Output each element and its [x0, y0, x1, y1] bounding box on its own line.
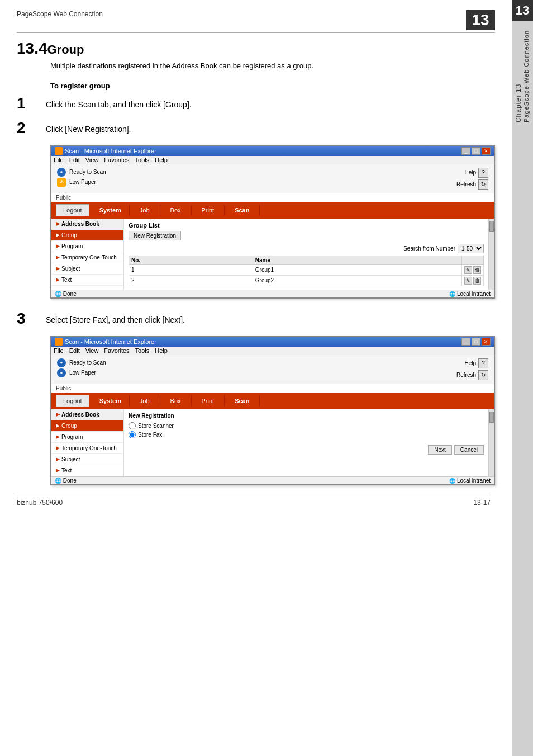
sidebar-label-address-book-1: Address Book — [61, 221, 99, 227]
search-select-1[interactable]: 1-50 — [458, 244, 484, 253]
browser-inner-2: ▶ Address Book ▶ Group ▶ Program ▶ Tempo… — [51, 409, 494, 476]
tab-job-1[interactable]: Job — [130, 205, 160, 216]
table-row: 1 Group1 ✎ 🗑 — [129, 264, 484, 275]
scrollbar-1[interactable] — [488, 219, 494, 290]
next-button[interactable]: Next — [428, 445, 452, 455]
sidebar-item-text-1[interactable]: ▶ Text — [51, 275, 123, 286]
menu-view-2[interactable]: View — [85, 347, 99, 354]
row-1-no: 1 — [129, 264, 253, 275]
sidebar-item-program-1[interactable]: ▶ Program — [51, 241, 123, 252]
help-icon-1[interactable]: ? — [478, 168, 488, 178]
close-button-1[interactable]: ✕ — [482, 147, 491, 155]
status-ready-row-1: ● Ready to Scan — [57, 168, 106, 177]
tab-print-1[interactable]: Print — [192, 205, 225, 216]
step-2-text: Click [New Registration]. — [46, 120, 131, 135]
footer-right: 13-17 — [473, 499, 491, 507]
new-reg-title: New Registration — [129, 413, 484, 419]
sidebar-arrow-temporary-1: ▶ — [56, 254, 60, 260]
status-paper-text-2: Low Paper — [69, 370, 96, 376]
sidebar-1: ▶ Address Book ▶ Group ▶ Program ▶ Tempo… — [51, 219, 124, 290]
logout-button-2[interactable]: Logout — [56, 395, 89, 407]
tab-box-1[interactable]: Box — [160, 205, 192, 216]
radio-store-fax[interactable] — [129, 431, 136, 438]
restore-button-2[interactable]: □ — [472, 338, 480, 346]
browser-controls-1[interactable]: _ □ ✕ — [461, 147, 491, 155]
browser-controls-2[interactable]: _ □ ✕ — [461, 338, 491, 346]
help-refresh-area-2: Help ? Refresh ↻ — [456, 358, 488, 380]
tab-scan-2[interactable]: Scan — [225, 395, 260, 407]
menu-favorites-2[interactable]: Favorites — [104, 347, 129, 354]
sidebar-item-text-2[interactable]: ▶ Text — [51, 465, 123, 476]
refresh-icon-1[interactable]: ↻ — [478, 179, 488, 190]
tab-scan-1[interactable]: Scan — [225, 205, 260, 216]
menu-help-2[interactable]: Help — [155, 347, 168, 354]
browser-title-left-1: Scan - Microsoft Internet Explorer — [55, 147, 156, 155]
edit-icons-1: ✎ 🗑 — [464, 266, 481, 274]
content-area-1: Group List New Registration Search from … — [124, 219, 488, 290]
logout-button-1[interactable]: Logout — [56, 204, 89, 216]
delete-button-row-2[interactable]: 🗑 — [473, 277, 481, 285]
tab-job-2[interactable]: Job — [130, 395, 160, 407]
menu-file-1[interactable]: File — [54, 157, 64, 163]
browser-menubar-1: File Edit View Favorites Tools Help — [51, 156, 494, 164]
page-title: PageScope Web Connection — [17, 10, 103, 18]
radio-store-scanner[interactable] — [129, 422, 136, 429]
browser-toolbar-area-1: ● Ready to Scan ⚠ Low Paper Help ? Refre… — [51, 164, 494, 193]
tab-system-1[interactable]: System — [92, 205, 130, 216]
cancel-button[interactable]: Cancel — [454, 445, 484, 455]
menu-edit-2[interactable]: Edit — [69, 347, 80, 354]
step-2: 2 Click [New Registration]. — [17, 120, 495, 136]
menu-favorites-1[interactable]: Favorites — [104, 157, 129, 163]
scroll-thumb-2[interactable] — [489, 412, 494, 423]
sidebar-item-subject-1[interactable]: ▶ Subject — [51, 263, 123, 275]
status-area-2: ● Ready to Scan ● Low Paper — [57, 358, 106, 377]
edit-button-row-2[interactable]: ✎ — [464, 277, 472, 285]
menu-tools-2[interactable]: Tools — [135, 347, 150, 354]
sidebar-label-subject-1: Subject — [61, 266, 80, 272]
status-ready-text-2: Ready to Scan — [69, 360, 106, 366]
status-ready-text-1: Ready to Scan — [69, 169, 106, 175]
section-heading: 13.4 Group — [17, 41, 495, 57]
status-paper-row-1: ⚠ Low Paper — [57, 178, 106, 187]
browser-status-bar-1: 🌐 Done 🌐 Local intranet — [51, 290, 494, 297]
section-number: 13.4 — [17, 41, 47, 56]
refresh-icon-2[interactable]: ↻ — [478, 370, 488, 380]
menu-help-1[interactable]: Help — [155, 157, 168, 163]
scrollbar-2[interactable] — [488, 409, 494, 476]
sidebar-item-program-2[interactable]: ▶ Program — [51, 432, 123, 443]
close-button-2[interactable]: ✕ — [482, 338, 491, 346]
sidebar-item-temporary-1[interactable]: ▶ Temporary One-Touch — [51, 252, 123, 263]
table-row: 2 Group2 ✎ 🗑 — [129, 275, 484, 286]
new-registration-button-1[interactable]: New Registration — [129, 231, 181, 240]
sidebar-item-address-book-2[interactable]: ▶ Address Book — [51, 409, 123, 420]
tab-box-2[interactable]: Box — [160, 395, 192, 407]
tab-system-2[interactable]: System — [92, 395, 130, 407]
statusbar-right-1: 🌐 Local intranet — [449, 291, 491, 297]
menu-tools-1[interactable]: Tools — [135, 157, 150, 163]
tab-print-2[interactable]: Print — [192, 395, 225, 407]
sidebar-item-temporary-2[interactable]: ▶ Temporary One-Touch — [51, 443, 123, 454]
public-label-1: Public — [51, 193, 494, 202]
sidebar-arrow-1: ▶ — [56, 221, 60, 226]
sidebar-item-group-1[interactable]: ▶ Group — [51, 230, 123, 241]
scroll-thumb-1[interactable] — [489, 221, 494, 232]
minimize-button-1[interactable]: _ — [461, 147, 470, 155]
delete-button-row-1[interactable]: 🗑 — [473, 266, 481, 274]
sidebar-item-subject-2[interactable]: ▶ Subject — [51, 454, 123, 465]
sidebar-label-sub-2: Subject — [61, 456, 80, 462]
edit-button-row-1[interactable]: ✎ — [464, 266, 472, 274]
edit-icons-2: ✎ 🗑 — [464, 277, 481, 285]
menu-view-1[interactable]: View — [85, 157, 99, 163]
menu-file-2[interactable]: File — [54, 347, 64, 354]
row-1-name: Group1 — [253, 264, 461, 275]
section-title: Group — [47, 42, 84, 57]
sidebar-item-group-2[interactable]: ▶ Group — [51, 420, 123, 432]
browser-title-text-1: Scan - Microsoft Internet Explorer — [65, 148, 156, 154]
help-label-1: Help — [464, 169, 476, 176]
sidebar-item-address-book-1[interactable]: ▶ Address Book — [51, 219, 123, 230]
help-icon-2[interactable]: ? — [478, 358, 488, 368]
restore-button-1[interactable]: □ — [472, 147, 480, 155]
minimize-button-2[interactable]: _ — [461, 338, 470, 346]
status-ready-row-2: ● Ready to Scan — [57, 358, 106, 367]
menu-edit-1[interactable]: Edit — [69, 157, 80, 163]
